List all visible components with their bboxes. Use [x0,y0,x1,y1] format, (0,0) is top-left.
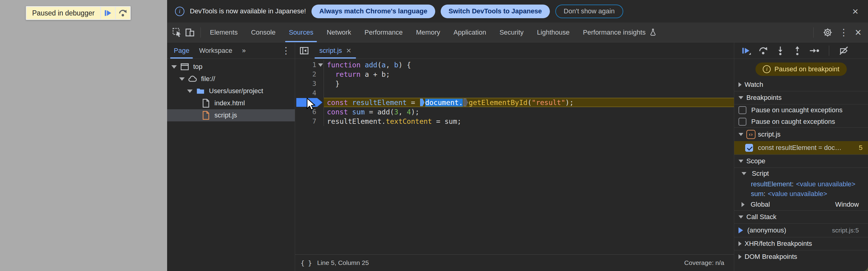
navigator-menu-icon[interactable]: ⋮ [281,45,290,56]
execution-line-marker[interactable]: 5 [296,98,322,107]
toggle-navigator-button[interactable] [295,42,313,59]
device-toolbar-icon[interactable] [185,27,195,38]
code-editor[interactable]: 1function add(a, b) {2 return a + b;3 }4… [295,59,734,254]
inline-exec-marker-active-icon[interactable] [420,99,425,106]
chevron-down-icon[interactable] [172,65,177,68]
line-number[interactable]: 7 [312,117,323,125]
tab-performance-insights[interactable]: Performance insights [576,23,664,42]
resume-script-button[interactable] [101,7,115,19]
tab-sources[interactable]: Sources [282,23,320,42]
tab-security[interactable]: Security [493,23,530,42]
step-over-button[interactable] [758,46,768,56]
step-into-button[interactable] [775,46,785,56]
line-number[interactable]: 4 [312,89,323,97]
line-number-gutter[interactable]: 6 [295,107,323,117]
step-over-button[interactable] [116,7,130,19]
section-call-stack[interactable]: Call Stack [734,211,868,223]
pause-caught-checkbox[interactable] [739,118,746,126]
line-number-gutter[interactable]: 2 [295,69,323,79]
code-token: a [381,61,386,69]
section-breakpoints[interactable]: Breakpoints [734,91,868,104]
line-number-gutter[interactable]: 1 [295,60,323,69]
line-number-gutter[interactable]: 5 [295,98,323,107]
code-line-content: return a + b; [323,69,734,79]
section-xhr-breakpoints[interactable]: XHR/fetch Breakpoints [734,237,868,250]
chevron-down-icon[interactable] [179,78,185,81]
line-number-gutter[interactable]: 7 [295,117,323,126]
deactivate-breakpoints-button[interactable] [839,46,848,56]
call-stack-frame[interactable]: (anonymous) script.js:5 [734,224,868,237]
pause-caught-label: Pause on caught exceptions [751,118,835,126]
settings-gear-icon[interactable] [823,28,833,37]
tab-application[interactable]: Application [447,23,493,42]
editor-tab-close-icon[interactable]: × [346,47,351,55]
tab-performance[interactable]: Performance [358,23,409,42]
scope-global-label: Global [751,201,770,209]
fold-arrow-icon[interactable] [318,63,323,67]
step-over-icon [758,46,768,56]
tree-item-file-[interactable]: file:// [167,73,295,85]
line-number[interactable]: 2 [312,70,323,78]
match-chrome-language-button[interactable]: Always match Chrome's language [311,5,435,18]
scope-global-group[interactable]: Global Window [734,199,868,210]
line-number-gutter[interactable]: 3 [295,79,323,88]
tree-item-top[interactable]: top [167,61,295,73]
section-watch[interactable]: Watch [734,78,868,91]
tree-item-label: file:// [201,75,215,83]
pause-uncaught-checkbox[interactable] [739,106,746,114]
line-number[interactable]: 6 [312,108,323,116]
line-number-gutter[interactable]: 4 [295,88,323,98]
tree-item-script-js[interactable]: script.js [167,109,295,121]
scope-script-group[interactable]: Script [734,168,868,179]
code-token: } [327,80,340,88]
tab-label: Performance [365,29,403,36]
resume-button[interactable] [742,46,751,56]
editor-tab-scriptjs[interactable]: script.js × [313,42,357,59]
deactivate-breakpoints-icon [839,46,848,56]
step-out-button[interactable] [793,46,802,56]
scope-variable-row[interactable]: resultElement:<value unavailable> [734,179,868,189]
inline-exec-marker-icon[interactable] [463,99,468,106]
paused-in-debugger-banner: Paused in debugger [26,6,131,20]
tab-label: Memory [416,29,440,36]
breakpoint-enabled-checkbox[interactable] [745,144,753,152]
tree-item-users-user-project[interactable]: Users/user/project [167,85,295,97]
tab-memory[interactable]: Memory [409,23,447,42]
scope-variable-row[interactable]: sum:<value unavailable> [734,189,868,199]
more-options-icon[interactable]: ⋮ [839,27,848,38]
tab-console[interactable]: Console [244,23,282,42]
section-dom-breakpoints[interactable]: DOM Breakpoints [734,250,868,263]
breakpoint-entry[interactable]: const resultElement = doc… 5 [734,141,868,154]
code-line-2: 2 return a + b; [295,69,734,79]
chevron-down-icon[interactable] [187,90,193,93]
inspect-element-icon[interactable] [172,27,182,38]
tab-elements[interactable]: Elements [203,23,244,42]
tab-page[interactable]: Page [169,42,194,59]
section-scope[interactable]: Scope [734,155,868,168]
tab-network[interactable]: Network [320,23,358,42]
pause-uncaught-row[interactable]: Pause on uncaught exceptions [734,104,868,116]
file-tree: topfile://Users/user/projectindex.htmlsc… [167,59,295,121]
step-button[interactable] [809,46,819,56]
code-line-1: 1function add(a, b) { [295,60,734,69]
paused-badge-label: Paused on breakpoint [774,65,839,73]
code-token: add [365,61,378,69]
tab-workspace[interactable]: Workspace [194,42,237,59]
line-number[interactable]: 3 [312,80,323,87]
chevron-down-icon [739,133,743,136]
dont-show-again-button[interactable]: Don't show again [555,5,623,18]
tree-item-index-html[interactable]: index.html [167,97,295,109]
devtools-close-icon[interactable]: × [855,27,861,38]
code-line-content [323,88,734,98]
tab-lighthouse[interactable]: Lighthouse [530,23,576,42]
pretty-print-icon[interactable]: { } [301,259,312,267]
pause-caught-row[interactable]: Pause on caught exceptions [734,116,868,127]
script-file-icon: ‹› [746,130,755,139]
switch-to-japanese-button[interactable]: Switch DevTools to Japanese [441,5,550,18]
code-token: = add( [365,108,394,116]
breakpoint-line-number: 5 [859,144,864,152]
breakpoint-file-group[interactable]: ‹› script.js [734,128,868,141]
more-tabs-chevrons[interactable]: » [237,42,250,59]
step-into-icon [775,46,785,56]
infobar-close-icon[interactable]: × [850,6,860,17]
